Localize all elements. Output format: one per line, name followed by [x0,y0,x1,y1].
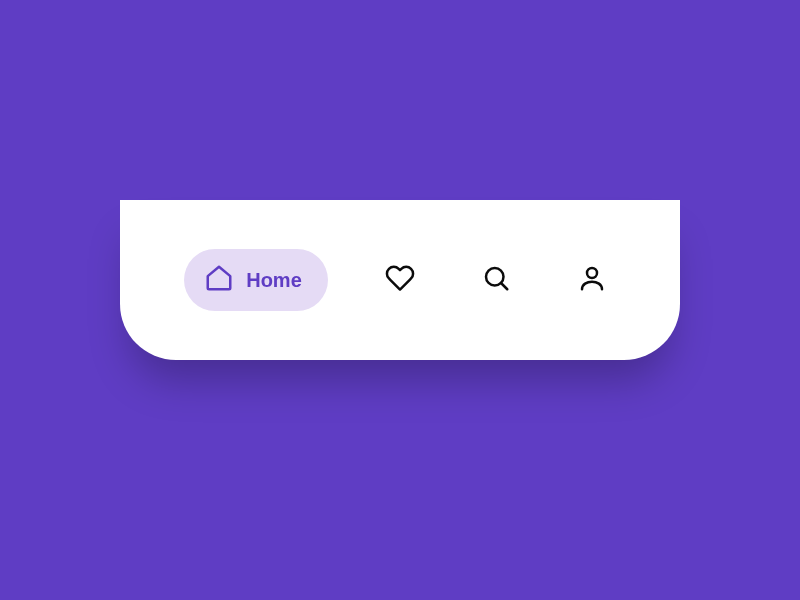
nav-item-search[interactable] [472,256,520,304]
bottom-nav: Home [120,200,680,360]
heart-icon [385,263,415,297]
svg-line-1 [501,283,507,289]
nav-item-home[interactable]: Home [184,249,328,311]
svg-point-2 [587,268,597,278]
nav-item-favorites[interactable] [376,256,424,304]
search-icon [481,263,511,297]
nav-item-profile[interactable] [568,256,616,304]
nav-item-label: Home [246,269,302,292]
user-icon [577,263,607,297]
home-icon [204,263,234,297]
